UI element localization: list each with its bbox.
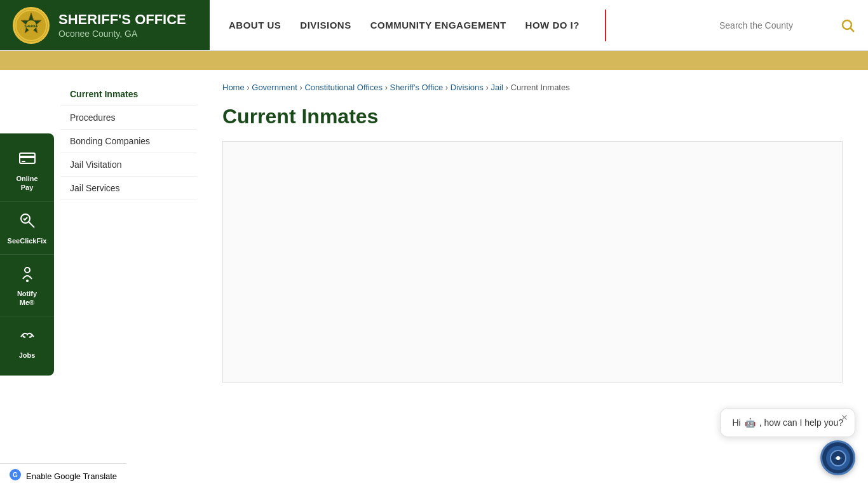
menu-item-jail-services[interactable]: Jail Services: [60, 177, 197, 200]
online-pay-icon: [18, 149, 37, 170]
menu-item-current-inmates[interactable]: Current Inmates: [60, 83, 197, 106]
logo-text: SHERIFF'S OFFICE Oconee County, GA: [58, 11, 186, 38]
seeclickfix-label: SeeClickFix: [8, 236, 47, 245]
breadcrumb-current: Current Inmates: [511, 83, 570, 92]
badge-svg: SHERIFF: [15, 9, 48, 42]
breadcrumb-sep-3: ›: [385, 83, 390, 92]
menu-item-bonding-companies[interactable]: Bonding Companies: [60, 130, 197, 153]
svg-line-10: [29, 222, 34, 227]
google-translate-label: Enable Google Translate: [26, 471, 117, 481]
sidebar-item-online-pay[interactable]: OnlinePay: [0, 140, 54, 202]
svg-point-12: [26, 280, 29, 282]
breadcrumb-government[interactable]: Government: [252, 83, 297, 92]
svg-rect-8: [22, 161, 25, 162]
office-name: SHERIFF'S OFFICE: [58, 11, 186, 28]
google-translate-icon: G: [10, 469, 21, 483]
chat-circle-icon: [826, 446, 850, 470]
floating-sidebar: OnlinePay SeeClickFix NotifyMe®: [0, 133, 54, 376]
search-area: [707, 0, 868, 50]
sub-banner: [0, 51, 868, 70]
breadcrumb-home[interactable]: Home: [222, 83, 245, 92]
menu-item-procedures[interactable]: Procedures: [60, 106, 197, 130]
breadcrumb: Home › Government › Constitutional Offic…: [222, 83, 843, 92]
jobs-icon: [18, 325, 37, 347]
svg-line-5: [851, 28, 855, 32]
sidebar-item-seeclickfix[interactable]: SeeClickFix: [0, 202, 54, 255]
sheriff-badge: SHERIFF: [13, 7, 50, 44]
nav-divider: [605, 10, 606, 41]
svg-point-13: [27, 334, 28, 336]
nav-how-do-i[interactable]: HOW DO I?: [526, 17, 580, 34]
svg-point-15: [836, 456, 840, 460]
svg-text:SHERIFF: SHERIFF: [24, 24, 37, 28]
chat-close-button[interactable]: ✕: [841, 412, 848, 423]
breadcrumb-divisions[interactable]: Divisions: [451, 83, 484, 92]
page-title: Current Inmates: [222, 105, 843, 128]
logo-area[interactable]: SHERIFF SHERIFF'S OFFICE Oconee County, …: [0, 0, 210, 50]
nav-divisions[interactable]: DIVISIONS: [300, 17, 351, 34]
chat-circle-button[interactable]: [820, 440, 855, 475]
google-translate-bar[interactable]: G Enable Google Translate: [0, 463, 126, 488]
county-name: Oconee County, GA: [58, 29, 186, 39]
search-input[interactable]: [719, 20, 834, 30]
site-header: SHERIFF SHERIFF'S OFFICE Oconee County, …: [0, 0, 868, 51]
search-button[interactable]: [840, 18, 855, 33]
chat-greeting: Hi: [732, 417, 740, 428]
chat-message: , how can I help you?: [759, 417, 843, 428]
breadcrumb-sheriffs-office[interactable]: Sheriff's Office: [390, 83, 444, 92]
breadcrumb-sep-6: ›: [506, 83, 511, 92]
breadcrumb-jail[interactable]: Jail: [491, 83, 503, 92]
menu-item-jail-visitation[interactable]: Jail Visitation: [60, 153, 197, 177]
inmates-content-box: [222, 141, 843, 383]
sidebar-item-notify-me[interactable]: NotifyMe®: [0, 255, 54, 317]
svg-text:G: G: [13, 471, 18, 478]
sidebar-item-jobs[interactable]: Jobs: [0, 316, 54, 369]
chat-emoji: 🤖: [745, 417, 756, 428]
notify-me-label: NotifyMe®: [17, 289, 37, 308]
nav-community-engagement[interactable]: COMMUNITY ENGAGEMENT: [370, 17, 506, 34]
search-icon: [840, 18, 855, 33]
nav-about-us[interactable]: ABOUT US: [229, 17, 281, 34]
svg-rect-7: [20, 156, 35, 158]
svg-point-4: [843, 20, 851, 29]
notify-me-icon: [18, 264, 37, 285]
svg-point-11: [25, 268, 30, 273]
chat-widget: ✕ Hi 🤖 , how can I help you?: [720, 408, 855, 437]
main-nav: ABOUT US DIVISIONS COMMUNITY ENGAGEMENT …: [210, 0, 707, 50]
seeclickfix-icon: [18, 211, 37, 233]
online-pay-label: OnlinePay: [16, 174, 37, 193]
breadcrumb-sep-4: ›: [445, 83, 451, 92]
jobs-label: Jobs: [19, 351, 36, 360]
breadcrumb-constitutional-offices[interactable]: Constitutional Offices: [304, 83, 383, 92]
